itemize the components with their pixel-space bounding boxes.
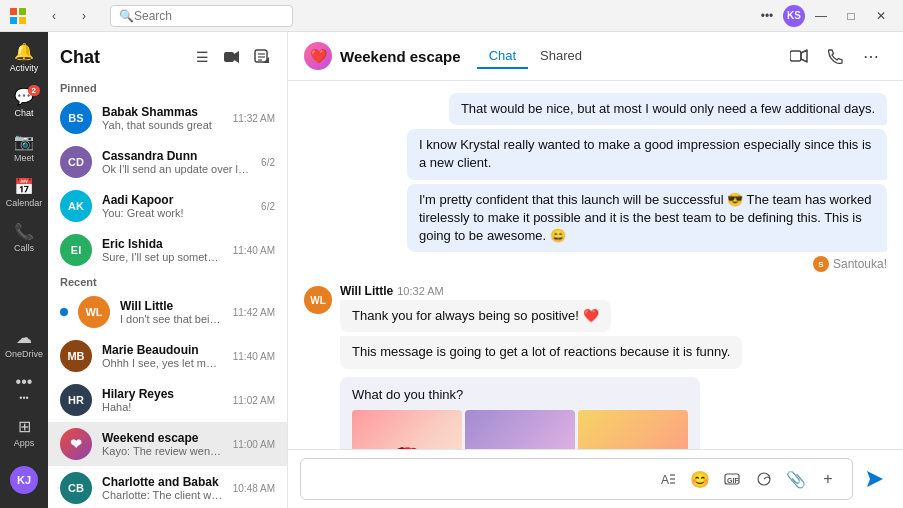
reaction-avatar: S [813, 256, 829, 272]
chat-preview: Kayo: The review went really well! Can't… [102, 445, 223, 457]
chat-list: Chat ☰ Pinned BS Babak Shammas Yah, that… [48, 32, 288, 508]
emoji-button[interactable]: 😊 [686, 465, 714, 493]
list-item[interactable]: WL Will Little I don't see that being an… [48, 290, 287, 334]
chat-preview: You: Great work! [102, 207, 251, 219]
sender-avatar: WL [304, 286, 332, 314]
chat-name: Eric Ishida [102, 237, 223, 251]
chat-preview: I don't see that being an issue, can tak… [120, 313, 223, 325]
chat-time: 11:40 AM [233, 351, 275, 362]
nav-label-calendar: Calendar [6, 198, 43, 208]
message-group: I'm pretty confident that this launch wi… [304, 184, 887, 253]
chat-preview: Haha! [102, 401, 223, 413]
apps-icon: ⊞ [18, 417, 31, 436]
chat-info: Cassandra Dunn Ok I'll send an update ov… [102, 149, 251, 175]
audio-call-header-button[interactable] [819, 40, 851, 72]
list-item[interactable]: BS Babak Shammas Yah, that sounds great … [48, 96, 287, 140]
list-item[interactable]: AK Aadi Kapoor You: Great work! 6/2 [48, 184, 287, 228]
minimize-button[interactable]: — [807, 5, 835, 27]
nav-item-calls[interactable]: 📞 Calls [2, 216, 46, 259]
svg-marker-12 [801, 50, 807, 62]
chat-time: 11:00 AM [233, 439, 275, 450]
message-group: That would be nice, but at most I would … [304, 93, 887, 125]
chat-name: Cassandra Dunn [102, 149, 251, 163]
chat-preview: Sure, I'll set up something for next wee… [102, 251, 223, 263]
windows-icon [8, 6, 28, 26]
search-input[interactable] [134, 9, 284, 23]
list-item[interactable]: HR Hilary Reyes Haha! 11:02 AM [48, 378, 287, 422]
video-call-button[interactable] [219, 44, 245, 70]
tab-shared[interactable]: Shared [528, 44, 594, 69]
format-button[interactable]: A [654, 465, 682, 493]
send-button[interactable] [859, 463, 891, 495]
image-cell [465, 410, 575, 450]
list-item[interactable]: EI Eric Ishida Sure, I'll set up somethi… [48, 228, 287, 272]
svg-rect-2 [10, 17, 17, 24]
message-input[interactable] [311, 472, 648, 487]
user-avatar[interactable]: KS [783, 5, 805, 27]
nav-label-meet: Meet [14, 153, 34, 163]
avatar: CB [60, 472, 92, 504]
chat-time: 11:42 AM [233, 307, 275, 318]
chat-time: 11:32 AM [233, 113, 275, 124]
chat-info: Weekend escape Kayo: The review went rea… [102, 431, 223, 457]
compose-button[interactable] [249, 44, 275, 70]
avatar: WL [78, 296, 110, 328]
search-bar[interactable]: 🔍 [110, 5, 293, 27]
tab-chat[interactable]: Chat [477, 44, 528, 69]
filter-button[interactable]: ☰ [189, 44, 215, 70]
chat-info: Aadi Kapoor You: Great work! [102, 193, 251, 219]
chat-time: 6/2 [261, 157, 275, 168]
forward-button[interactable]: › [70, 5, 98, 27]
chat-info: Will Little I don't see that being an is… [120, 299, 223, 325]
chat-tabs: Chat Shared [477, 44, 594, 68]
nav-label-apps: Apps [14, 438, 35, 448]
nav-label-more: ••• [19, 393, 28, 403]
close-button[interactable]: ✕ [867, 5, 895, 27]
group-name: Weekend escape [340, 48, 461, 65]
nav-label-chat: Chat [14, 108, 33, 118]
image-card-title: What do you think? [352, 387, 688, 402]
group-icon: ❤️ [304, 42, 332, 70]
attach-button[interactable]: 📎 [782, 465, 810, 493]
chat-badge: 2 [28, 85, 40, 96]
video-call-header-button[interactable] [783, 40, 815, 72]
nav-item-activity[interactable]: 🔔 Activity [2, 36, 46, 79]
chat-main: ❤️ Weekend escape Chat Shared ⋯ That wou… [288, 32, 903, 508]
chat-header-actions: ⋯ [783, 40, 887, 72]
title-bar-right: ••• KS — □ ✕ [753, 5, 895, 27]
nav-item-chat[interactable]: 💬 2 Chat [2, 81, 46, 124]
chat-name: Marie Beaudouin [102, 343, 223, 357]
more-button[interactable]: ••• [753, 5, 781, 27]
list-item[interactable]: MB Marie Beaudouin Ohhh I see, yes let m… [48, 334, 287, 378]
chat-preview: Ohhh I see, yes let me fix that! [102, 357, 223, 369]
svg-text:A: A [661, 473, 669, 487]
list-item[interactable]: CB Charlotte and Babak Charlotte: The cl… [48, 466, 287, 508]
more-options-button[interactable]: + [814, 465, 842, 493]
more-header-button[interactable]: ⋯ [855, 40, 887, 72]
messages-area: That would be nice, but at most I would … [288, 81, 903, 449]
giphy-button[interactable]: GIF [718, 465, 746, 493]
chat-items: Pinned BS Babak Shammas Yah, that sounds… [48, 78, 287, 508]
nav-item-calendar[interactable]: 📅 Calendar [2, 171, 46, 214]
svg-marker-20 [867, 471, 883, 487]
maximize-button[interactable]: □ [837, 5, 865, 27]
activity-icon: 🔔 [14, 42, 34, 61]
nav-user-avatar[interactable]: KJ [10, 466, 38, 494]
chat-list-actions: ☰ [189, 44, 275, 70]
title-bar: ‹ › 🔍 ••• KS — □ ✕ [0, 0, 903, 32]
avatar: CD [60, 146, 92, 178]
list-item[interactable]: CD Cassandra Dunn Ok I'll send an update… [48, 140, 287, 184]
nav-item-meet[interactable]: 📷 Meet [2, 126, 46, 169]
avatar: AK [60, 190, 92, 222]
message-input-box[interactable]: A 😊 GIF 📎 + [300, 458, 853, 500]
avatar: BS [60, 102, 92, 134]
message-bubble: I know Krystal really wanted to make a g… [407, 129, 887, 179]
nav-item-apps[interactable]: ⊞ Apps [2, 411, 46, 454]
chat-list-title: Chat [60, 47, 100, 68]
nav-item-onedrive[interactable]: ☁ OneDrive [2, 322, 46, 365]
list-item[interactable]: ❤ Weekend escape Kayo: The review went r… [48, 422, 287, 466]
nav-item-more[interactable]: ••• ••• [2, 367, 46, 409]
sticker-button[interactable] [750, 465, 778, 493]
reaction-text: Santouka! [833, 257, 887, 271]
back-button[interactable]: ‹ [40, 5, 68, 27]
